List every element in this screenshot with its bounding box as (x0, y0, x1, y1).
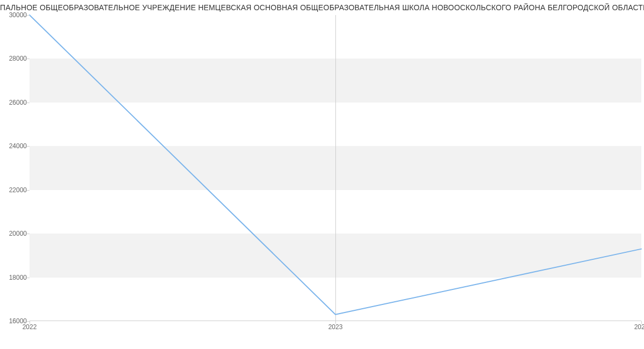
y-tick-mark (27, 146, 30, 147)
x-tick-label: 2022 (23, 323, 37, 331)
plot-area[interactable] (30, 15, 641, 321)
chart-title: ПАЛЬНОЕ ОБЩЕОБРАЗОВАТЕЛЬНОЕ УЧРЕЖДЕНИЕ Н… (0, 3, 644, 12)
y-tick-mark (27, 278, 30, 278)
y-tick-mark (27, 15, 30, 16)
y-tick-label: 24000 (3, 142, 27, 150)
series-line (30, 15, 641, 315)
y-tick-label: 30000 (3, 11, 27, 19)
y-tick-label: 22000 (3, 186, 27, 194)
y-tick-mark (27, 59, 30, 59)
y-tick-mark (27, 103, 30, 103)
y-tick-mark (27, 234, 30, 234)
chart-container: ПАЛЬНОЕ ОБЩЕОБРАЗОВАТЕЛЬНОЕ УЧРЕЖДЕНИЕ Н… (0, 0, 644, 349)
x-tick-label: 2024 (634, 323, 644, 331)
y-tick-label: 26000 (3, 99, 27, 106)
y-tick-label: 20000 (3, 230, 27, 237)
line-layer (30, 15, 641, 321)
y-tick-label: 18000 (3, 274, 27, 281)
x-tick-label: 2023 (328, 323, 343, 331)
y-tick-label: 28000 (3, 55, 27, 62)
y-tick-mark (27, 190, 30, 191)
